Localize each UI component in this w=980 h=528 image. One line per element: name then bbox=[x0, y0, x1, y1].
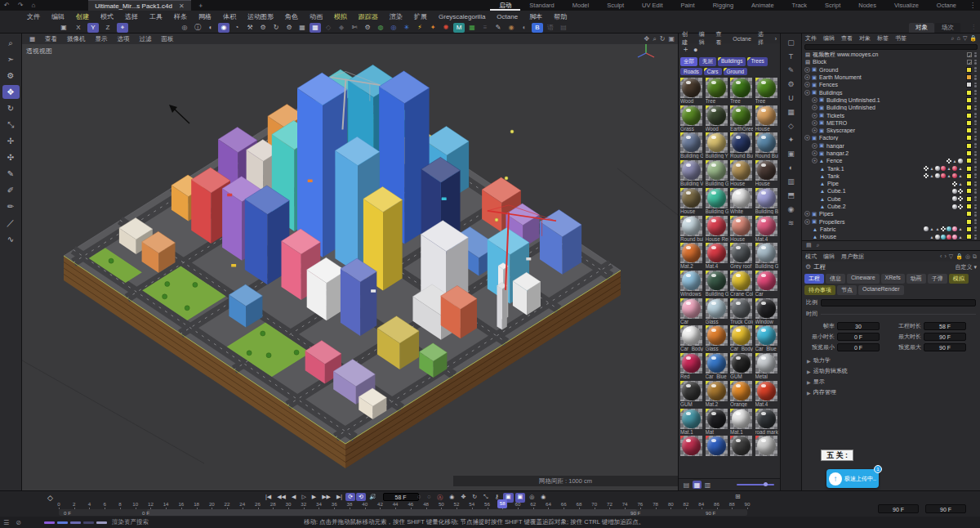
menu-运动图形[interactable]: 运动图形 bbox=[242, 12, 279, 21]
field-value[interactable]: 0 F bbox=[837, 333, 880, 341]
material-swatch[interactable]: Round Bui bbox=[730, 132, 753, 159]
material-swatch[interactable]: Building B bbox=[755, 188, 778, 215]
menu-网格[interactable]: 网格 bbox=[193, 12, 217, 21]
snap-grid-icon[interactable]: ▦ bbox=[310, 23, 321, 33]
material-swatch[interactable] bbox=[755, 436, 778, 457]
panel-toggle-icon[interactable]: ▤ bbox=[558, 23, 569, 33]
layout-tab-启动[interactable]: 启动 bbox=[490, 0, 520, 11]
teal-m-icon[interactable]: M bbox=[453, 23, 465, 33]
layout-tab-animate[interactable]: Animate bbox=[742, 0, 783, 11]
document-tab[interactable]: Ultimate_Mir...s Pack1.c4d ✕ bbox=[88, 0, 190, 11]
layer-color-chip[interactable] bbox=[966, 113, 972, 119]
object-filter-icon[interactable]: ▽ bbox=[963, 35, 967, 42]
custom-dropdown[interactable]: 自定义 ▾ bbox=[956, 263, 977, 271]
tree-row[interactable]: +▣Earth Monument bbox=[802, 74, 980, 81]
material-swatch[interactable]: Building G bbox=[706, 160, 728, 187]
layout-tab-visualize[interactable]: Visualize bbox=[885, 0, 928, 11]
material-swatch[interactable]: Window bbox=[755, 298, 778, 325]
render-check-icon[interactable]: ✓ bbox=[967, 52, 972, 57]
tag-sp-icon[interactable] bbox=[924, 226, 929, 231]
material-tag-无层[interactable]: 无层 bbox=[699, 57, 716, 66]
axis-x-button[interactable]: X bbox=[73, 23, 84, 33]
tag-ck-icon[interactable] bbox=[958, 196, 963, 201]
collapsed-section[interactable]: ▶内存管理 bbox=[802, 386, 980, 396]
tree-row[interactable]: +▣Propellers bbox=[802, 218, 980, 226]
visibility-dots[interactable] bbox=[973, 60, 978, 65]
detail-view-icon[interactable]: ▥ bbox=[703, 481, 712, 489]
expander-icon[interactable]: + bbox=[812, 120, 817, 126]
visibility-dots[interactable] bbox=[973, 67, 978, 72]
tag-rd-icon[interactable] bbox=[947, 235, 951, 239]
visibility-dots[interactable] bbox=[973, 52, 978, 57]
material-swatch[interactable]: Mat.4 bbox=[706, 243, 728, 270]
menu-编辑[interactable]: 编辑 bbox=[46, 12, 70, 21]
tree-row[interactable]: ▲House▲▲ bbox=[802, 233, 980, 240]
material-swatch[interactable]: Mat.4 bbox=[755, 381, 778, 408]
object-menu-查看[interactable]: 查看 bbox=[838, 34, 856, 43]
object-menu-编辑[interactable]: 编辑 bbox=[820, 34, 838, 43]
pen-arc-icon[interactable]: ✎ bbox=[2, 167, 20, 181]
attribute-tab-待办事项[interactable]: 待办事项 bbox=[804, 285, 835, 295]
tree-row[interactable]: +▣Building Unfinished bbox=[802, 104, 980, 111]
tag-cn-icon[interactable]: ▲ bbox=[929, 235, 934, 239]
layer-color-chip[interactable] bbox=[966, 158, 972, 163]
expander-icon[interactable]: + bbox=[804, 67, 810, 73]
material-swatch[interactable]: Building G bbox=[706, 271, 728, 298]
visibility-dots[interactable] bbox=[973, 166, 978, 171]
tag-sp-icon[interactable] bbox=[935, 166, 940, 171]
draw-icon[interactable]: ✎ bbox=[788, 66, 795, 74]
axis-tool-icon[interactable]: ✢ bbox=[2, 134, 20, 148]
expander-icon[interactable]: + bbox=[804, 90, 810, 96]
visibility-dots[interactable] bbox=[973, 143, 978, 148]
cycle-button[interactable]: ⟲ bbox=[356, 493, 366, 501]
viewport-menu-面板[interactable]: 面板 bbox=[158, 35, 178, 43]
pen-icon[interactable]: ✎ bbox=[492, 23, 504, 33]
tree-row[interactable]: +▣hangar.2 bbox=[802, 150, 980, 157]
upload-bubble[interactable]: ↑ 极速上传中.. 1 bbox=[826, 469, 879, 488]
object-search-icon[interactable]: ⌕ bbox=[951, 35, 955, 42]
dim-tool-icon[interactable]: ◇ bbox=[323, 23, 334, 33]
goto-start-button[interactable]: |◀ bbox=[263, 493, 274, 501]
timeline-max-field2[interactable]: 90 F bbox=[925, 504, 966, 513]
modeling-settings-icon[interactable]: ⚙ bbox=[257, 23, 269, 33]
menu-角色[interactable]: 角色 bbox=[279, 12, 304, 21]
material-size-slider[interactable] bbox=[737, 484, 774, 485]
grid-view-icon[interactable]: ▦ bbox=[693, 481, 702, 489]
layout-tab-paint[interactable]: Paint bbox=[672, 0, 704, 11]
layer-color-chip[interactable] bbox=[966, 219, 972, 225]
tree-row[interactable]: ▲Tank▲▲▲ bbox=[802, 172, 980, 180]
tag-pk-icon[interactable] bbox=[952, 235, 957, 239]
layer-color-chip[interactable] bbox=[966, 74, 972, 80]
tag-ck-icon[interactable] bbox=[958, 189, 963, 194]
material-swatch[interactable]: Building V bbox=[680, 160, 703, 187]
timeline-ruler[interactable]: 0246810121416182022242628303234363840424… bbox=[59, 501, 747, 508]
material-swatch[interactable]: Crane Colo bbox=[730, 271, 753, 298]
material-swatch[interactable]: Glass bbox=[706, 325, 728, 352]
tree-row[interactable]: +▣Tickets bbox=[802, 111, 980, 119]
modeling-icon[interactable]: ⚒ bbox=[244, 23, 256, 33]
tree-row[interactable]: +▣Skyscraper bbox=[802, 127, 980, 134]
list-view-icon[interactable]: ▤ bbox=[682, 481, 691, 489]
field-value[interactable]: 58 F bbox=[924, 322, 966, 330]
material-tag-全部[interactable]: 全部 bbox=[680, 57, 697, 66]
field-value[interactable]: 90 F bbox=[924, 333, 966, 341]
dark-sphere-icon[interactable]: ◐ bbox=[519, 23, 530, 33]
target-icon[interactable]: ◉ bbox=[788, 205, 795, 213]
viewport-menu-显示[interactable]: 显示 bbox=[91, 35, 112, 43]
tree-row[interactable]: ▲Cube.2 bbox=[802, 203, 980, 210]
next-key-button[interactable]: ▶▶ bbox=[319, 493, 333, 501]
tag-rd-icon[interactable] bbox=[952, 173, 957, 178]
material-swatch[interactable]: Wood bbox=[706, 105, 728, 132]
menu-模式[interactable]: 模式 bbox=[95, 12, 119, 21]
layout-tab-uv-edit[interactable]: UV Edit bbox=[633, 0, 671, 11]
tag-ck-icon[interactable] bbox=[941, 226, 946, 231]
pen-dot-icon[interactable]: ✐ bbox=[2, 183, 20, 197]
material-swatch[interactable]: Round bui bbox=[680, 216, 703, 243]
attribute-tab-子弹[interactable]: 子弹 bbox=[928, 274, 947, 284]
tree-row[interactable]: ▲Fabric▲▲▲ bbox=[802, 226, 980, 233]
layer-color-chip[interactable] bbox=[966, 120, 972, 126]
material-swatch[interactable]: House bbox=[755, 105, 778, 132]
expander-icon[interactable]: + bbox=[812, 105, 817, 110]
visibility-dots[interactable] bbox=[973, 90, 978, 95]
sound-button[interactable]: 🔊 bbox=[367, 493, 379, 501]
